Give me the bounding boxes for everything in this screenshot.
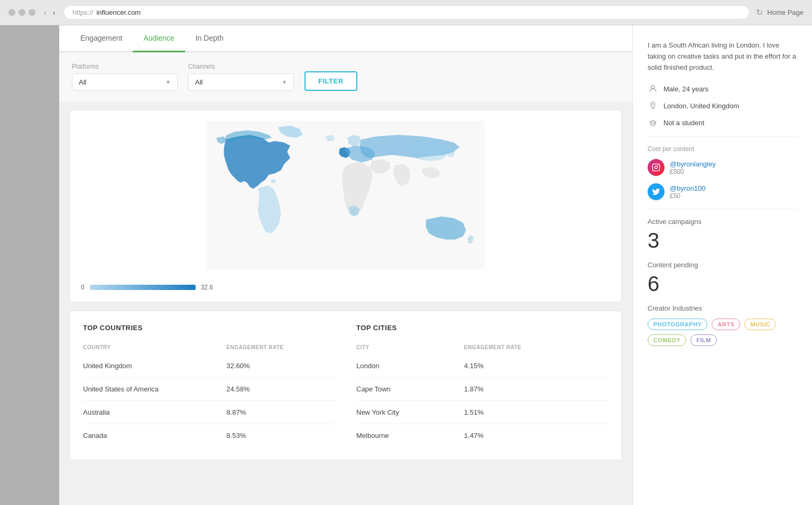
twitter-handle: @byron100 [670,184,705,192]
svg-point-3 [652,104,654,105]
country-name: United Kingdom [83,354,226,378]
city-name: Cape Town [356,378,464,401]
svg-point-6 [658,165,659,166]
active-campaigns-value: 3 [648,229,797,253]
main-panel: Engagement Audience In Depth Platforms A… [59,25,632,505]
content-pending-value: 6 [648,272,797,296]
city-name: New York City [356,401,464,424]
industry-tag: ARTS [712,319,740,330]
world-map-container [81,121,611,279]
home-page-label: Home Page [767,8,804,16]
filter-button[interactable]: FILTER [304,71,357,91]
table-row: United States of America 24.58% [83,378,335,401]
filters-section: Platforms All ▼ Channels All ▼ FILTER [59,52,632,101]
twitter-info: @byron100 £50 [670,184,705,200]
platforms-select[interactable]: All ▼ [72,73,178,91]
divider-1 [648,136,797,137]
channels-filter-group: Channels All ▼ [188,63,294,91]
industry-tag: PHOTOGRAPHY [648,319,707,330]
svg-point-1 [271,180,275,183]
tabs-bar: Engagement Audience In Depth [59,25,632,52]
active-campaigns-label: Active campaigns [648,218,797,226]
location-detail: London, United Kingdom [648,100,797,111]
table-row: Canada 8.53% [83,424,335,447]
location-icon [648,100,658,111]
forward-arrow[interactable]: › [51,7,58,18]
platforms-arrow: ▼ [165,79,171,85]
channels-arrow: ▼ [282,79,287,85]
right-panel: I am a South African living in London. I… [632,25,812,505]
city-engagement-rate: 1.87% [464,378,608,401]
back-arrow[interactable]: ‹ [42,7,49,18]
svg-point-5 [654,166,657,169]
map-section: 0 32.6 [70,110,622,302]
instagram-icon [648,159,665,176]
instagram-cost: £500 [670,168,716,175]
twitter-account: @byron100 £50 [648,183,797,200]
country-engagement-rate: 32.60% [226,354,335,378]
industry-tag: MUSIC [744,319,776,330]
map-legend: 0 32.6 [81,284,611,291]
twitter-cost: £50 [670,192,705,200]
platforms-value: All [79,78,86,86]
person-icon [648,83,658,94]
url-protocol: https:// [72,8,93,16]
engagement-rate-col-header: ENGAGEMENT RATE [226,340,335,354]
top-cities-title: TOP CITIES [356,324,608,332]
instagram-info: @byronlangley £500 [670,160,716,175]
tab-indepth[interactable]: In Depth [185,25,234,52]
svg-rect-4 [652,164,659,171]
platforms-label: Platforms [72,63,178,70]
tab-audience[interactable]: Audience [133,25,184,52]
tags-row: PHOTOGRAPHYARTSMUSICCOMEDYFILM [648,319,797,346]
table-row: Melbourne 1.47% [356,424,608,447]
country-name: Canada [83,424,226,447]
reload-icon: ↻ [756,7,763,17]
table-row: Australia 8.87% [83,401,335,424]
city-engagement-rate: 1.51% [464,401,608,424]
countries-data-table: COUNTRY ENGAGEMENT RATE United Kingdom 3… [83,340,335,447]
instagram-handle: @byronlangley [670,160,716,168]
tab-engagement[interactable]: Engagement [70,25,133,52]
country-name: United States of America [83,378,226,401]
creator-industries-label: Creator Industries [648,304,797,312]
city-engagement-rate: 4.15% [464,354,608,378]
traffic-lights [8,9,35,16]
traffic-light-maximize [29,9,35,16]
traffic-light-close [8,9,15,16]
table-row: United Kingdom 32.60% [83,354,335,378]
city-col-header: CITY [356,340,464,354]
table-row: Cape Town 1.87% [356,378,608,401]
city-engagement-rate: 1.47% [464,424,608,447]
channels-value: All [195,78,202,86]
browser-chrome: ‹ › https:// influencer.com ↻ Home Page [0,0,812,25]
top-countries-table: TOP COUNTRIES COUNTRY ENGAGEMENT RATE Un… [83,324,335,447]
legend-bar [90,285,196,290]
main-area: Engagement Audience In Depth Platforms A… [0,25,812,505]
channels-select[interactable]: All ▼ [188,73,294,91]
content-pending-label: Content pending [648,261,797,269]
country-name: Australia [83,401,226,424]
instagram-account: @byronlangley £500 [648,159,797,176]
country-col-header: COUNTRY [83,340,226,354]
top-countries-title: TOP COUNTRIES [83,324,335,332]
home-page-button[interactable]: ↻ Home Page [756,7,804,17]
content-wrapper: Engagement Audience In Depth Platforms A… [59,25,812,505]
table-row: New York City 1.51% [356,401,608,424]
nav-arrows[interactable]: ‹ › [42,7,57,18]
address-bar[interactable]: https:// influencer.com [63,5,750,20]
world-map [81,121,611,269]
city-name: Melbourne [356,424,464,447]
student-detail: Not a student [648,117,797,128]
traffic-light-minimize [19,9,25,16]
country-engagement-rate: 24.58% [226,378,335,401]
student-text: Not a student [663,119,704,127]
tables-section: TOP COUNTRIES COUNTRY ENGAGEMENT RATE Un… [70,311,622,460]
url-domain: influencer.com [96,8,141,16]
industry-tag: FILM [690,334,717,346]
legend-min: 0 [81,284,85,291]
city-name: London [356,354,464,378]
country-engagement-rate: 8.53% [226,424,335,447]
svg-point-2 [651,86,654,89]
cities-data-table: CITY ENGAGEMENT RATE London 4.15% Cape T… [356,340,608,447]
